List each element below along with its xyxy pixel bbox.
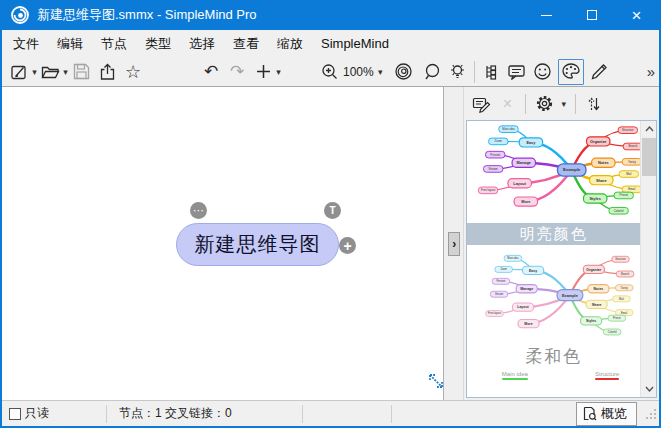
new-document-dropdown[interactable]: ▾ [30,67,39,77]
status-bar: 只读 节点：1 交叉链接：0 概览 [2,400,659,426]
edit-style-button[interactable] [470,92,492,116]
readonly-checkbox[interactable] [9,408,21,420]
open-file-dropdown[interactable]: ▾ [61,67,70,77]
svg-text:Styles: Styles [590,196,601,201]
svg-text:Twisty: Twisty [628,160,636,164]
resize-grip[interactable] [645,408,657,420]
svg-text:Stream: Stream [495,292,503,296]
mindmap-canvas[interactable]: ⋯ T 新建思维导图 + [2,87,444,400]
menu-item-5[interactable]: 查看 [224,31,268,57]
undo-icon: ↶ [204,63,218,80]
svg-text:Layout: Layout [518,305,530,309]
svg-text:Easy: Easy [527,140,537,145]
minimize-button[interactable] [524,0,569,30]
spiral-focus-button[interactable] [393,60,415,84]
svg-text:Share: Share [596,178,608,183]
menu-item-0[interactable]: 文件 [4,31,48,57]
add-element-button[interactable] [252,60,274,84]
svg-text:Example: Example [563,167,581,172]
collapse-panel-handle[interactable]: › [448,232,460,256]
idea-bulb-button[interactable] [447,60,469,84]
central-topic-node[interactable]: 新建思维导图 [176,223,339,266]
svg-text:Layout: Layout [514,181,527,186]
search-button[interactable] [421,60,443,84]
style-preview-bright[interactable]: Main ideaZoomEasyPresentStreamManageFree… [467,121,640,245]
share-button[interactable] [96,60,118,84]
scroll-up-icon[interactable] [641,121,657,137]
maximize-icon [587,10,597,20]
title-bar: 新建思维导图.smmx - SimpleMind Pro × [2,0,659,30]
star-icon: ☆ [125,63,141,81]
panel-divider: › [444,87,464,400]
scrollbar-thumb[interactable] [642,138,656,176]
partial-node: Structure [595,371,619,380]
style-palette-button[interactable] [558,59,584,85]
menu-item-3[interactable]: 类型 [136,31,180,57]
svg-text:Organize: Organize [590,139,607,144]
style-preview-partial[interactable]: Main idea Structure [467,369,640,387]
style-settings-dropdown[interactable]: ▾ [559,99,568,109]
format-painter-button[interactable] [588,60,610,84]
scroll-down-icon[interactable] [641,381,657,397]
reorder-styles-button[interactable] [583,92,605,116]
menu-bar: 文件编辑节点类型选择查看缩放SimpleMind [2,30,659,57]
svg-text:Styles: Styles [586,319,596,323]
svg-text:Notes: Notes [598,160,609,165]
style-label-soft[interactable]: 柔和色 [467,343,640,369]
node-add-child-button[interactable]: + [339,237,356,254]
preview-scrollbar[interactable] [640,121,656,397]
undo-button[interactable]: ↶ [200,60,222,84]
panel-toolbar-separator [575,94,576,114]
panel-toolbar-separator [525,94,526,114]
node-more-button[interactable]: ⋯ [190,202,207,219]
svg-text:Present: Present [497,279,506,283]
redo-icon: ↷ [230,63,244,80]
main-toolbar: ▾ ▾ ☆ ↶ ↷ ▾ 100% ▾ [2,57,659,87]
svg-text:Zoom: Zoom [495,139,503,143]
open-file-button[interactable] [39,60,61,84]
svg-text:Preset: Preset [613,316,621,320]
zoom-dropdown[interactable]: ▾ [376,67,385,77]
menu-item-6[interactable]: 缩放 [268,31,312,57]
style-settings-gear-button[interactable] [533,92,555,116]
notes-button[interactable] [506,60,528,84]
style-preview-soft[interactable]: Main ideaZoomEasyPresentStreamManageFree… [467,251,640,369]
menu-item-1[interactable]: 编辑 [48,31,92,57]
menu-item-7[interactable]: SimpleMind [312,32,398,55]
menu-item-4[interactable]: 选择 [180,31,224,57]
zoom-level[interactable]: 100% [341,65,376,79]
favorites-star-button[interactable]: ☆ [122,60,144,84]
save-button[interactable] [70,60,92,84]
minimize-icon [541,15,552,16]
svg-text:Manage: Manage [520,287,533,291]
redo-button[interactable]: ↷ [226,60,248,84]
menu-item-2[interactable]: 节点 [92,31,136,57]
outline-view-button[interactable] [480,60,502,84]
style-panel-toolbar: × ▾ [464,87,659,120]
svg-text:Zoom: Zoom [501,267,508,271]
delete-style-button[interactable]: × [496,92,518,116]
new-document-button[interactable] [8,60,30,84]
svg-text:Main idea: Main idea [508,256,520,260]
svg-text:Share: Share [592,303,602,307]
close-icon: × [632,7,642,24]
close-button[interactable]: × [614,0,659,30]
svg-text:Structure: Structure [622,128,634,132]
emoji-button[interactable] [532,60,554,84]
add-element-dropdown[interactable]: ▾ [274,67,283,77]
app-window: 新建思维导图.smmx - SimpleMind Pro × 文件编辑节点类型选… [0,0,661,428]
toolbar-overflow-button[interactable]: » [647,63,655,80]
style-label-bright[interactable]: 明亮颜色 [467,223,640,245]
node-stats: 节点：1 交叉链接：0 [119,405,232,422]
overview-button[interactable]: 概览 [576,402,637,426]
resize-diagonal-icon [426,371,446,391]
svg-text:Preset: Preset [620,193,628,197]
zoom-in-button[interactable] [319,60,341,84]
simplemind-logo-icon [10,5,30,25]
maximize-button[interactable] [569,0,614,30]
partial-node: Main idea [502,371,528,380]
node-text-button[interactable]: T [324,202,341,219]
svg-text:Branch: Branch [621,272,630,276]
svg-text:Branch: Branch [629,144,638,148]
svg-text:Mail: Mail [619,297,624,301]
